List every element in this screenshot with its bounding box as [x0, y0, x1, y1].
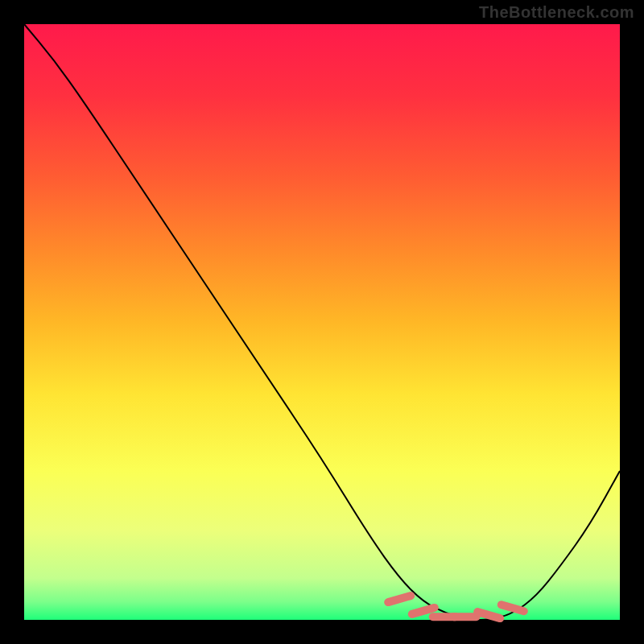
plot-area: [24, 24, 620, 620]
watermark-text: TheBottleneck.com: [479, 3, 634, 22]
trough-marker: [502, 605, 524, 611]
bottleneck-curve: [24, 24, 620, 620]
trough-marker: [477, 612, 500, 618]
marker-group: [388, 596, 524, 618]
trough-marker: [388, 596, 411, 602]
trough-marker: [412, 608, 435, 614]
curve-layer: [24, 24, 620, 620]
chart-frame: TheBottleneck.com: [0, 0, 644, 644]
